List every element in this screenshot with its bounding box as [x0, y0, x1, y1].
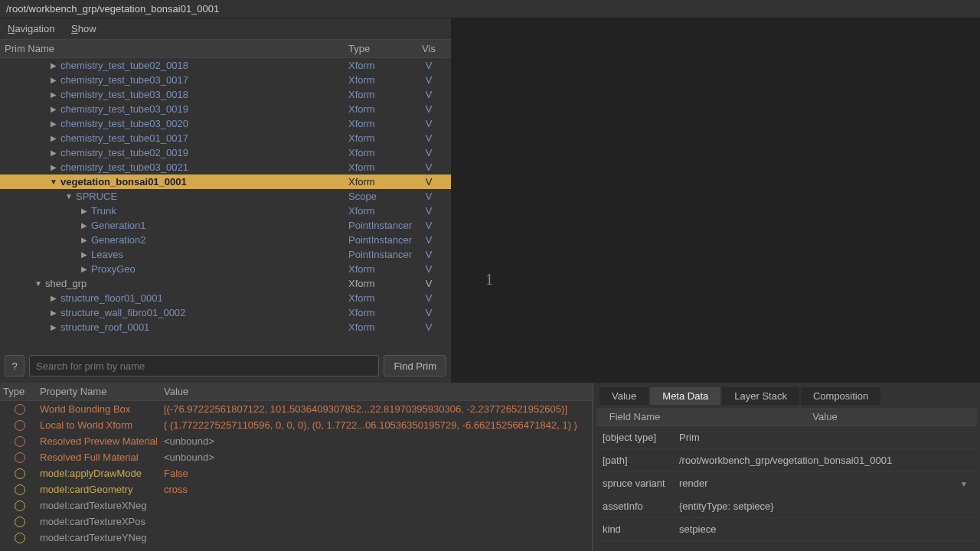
tree-row[interactable]: ▶chemistry_test_tube03_0021XformV [0, 160, 451, 174]
tree-row[interactable]: ▶chemistry_test_tube03_0018XformV [0, 87, 451, 102]
props-body[interactable]: World Bounding Box[(-76.97222561807122, … [0, 401, 593, 546]
props-header-type[interactable]: Type [0, 386, 40, 397]
tab-composition[interactable]: Composition [801, 387, 880, 405]
tree-header-vis[interactable]: Vis [417, 43, 440, 54]
expand-arrow-icon[interactable]: ▼ [50, 178, 57, 186]
expand-arrow-icon[interactable]: ▶ [50, 61, 57, 70]
expand-arrow-icon[interactable]: ▶ [50, 148, 57, 157]
prop-row[interactable]: model:cardGeometrycross [0, 481, 593, 497]
prim-vis-label[interactable]: V [417, 321, 440, 333]
tree-row[interactable]: ▶chemistry_test_tube03_0020XformV [0, 116, 451, 131]
prim-vis-label[interactable]: V [417, 147, 440, 158]
prim-vis-label[interactable]: V [417, 89, 440, 100]
props-header-value[interactable]: Value [164, 386, 593, 397]
tree-row[interactable]: ▶chemistry_test_tube01_0017XformV [0, 131, 451, 145]
expand-arrow-icon[interactable]: ▶ [80, 236, 88, 244]
tree-row[interactable]: ▶TrunkXformV [0, 204, 451, 218]
help-button[interactable]: ? [5, 355, 24, 377]
prim-vis-label[interactable]: V [417, 263, 440, 275]
expand-arrow-icon[interactable]: ▶ [80, 265, 88, 273]
tree-row[interactable]: ▶ProxyGeoXformV [0, 262, 451, 276]
meta-header-value[interactable]: Value [673, 411, 977, 422]
prim-vis-label[interactable]: V [417, 60, 440, 71]
viewport[interactable]: 1 [452, 18, 980, 383]
tree-header-name[interactable]: Prim Name [0, 43, 348, 54]
meta-row: [object type]Prim [596, 426, 977, 449]
tree-row[interactable]: ▶chemistry_test_tube02_0018XformV [0, 58, 451, 73]
prop-row[interactable]: World Bounding Box[(-76.97222561807122, … [0, 401, 593, 417]
prim-vis-label[interactable]: V [417, 205, 440, 217]
prim-vis-label[interactable]: V [417, 103, 440, 115]
tree-row[interactable]: ▶structure_wall_fibro01_0002XformV [0, 305, 451, 320]
prim-type-label: Xform [348, 321, 417, 333]
tree-row[interactable]: ▶chemistry_test_tube03_0017XformV [0, 73, 451, 87]
prim-vis-label[interactable]: V [417, 132, 440, 144]
expand-arrow-icon[interactable]: ▶ [50, 105, 57, 113]
search-input[interactable] [29, 355, 379, 377]
prim-vis-label[interactable]: V [417, 278, 440, 289]
tree-row[interactable]: ▶structure_floor01_0001XformV [0, 291, 451, 305]
expand-arrow-icon[interactable]: ▶ [50, 76, 57, 84]
prim-type-label: Xform [348, 147, 417, 158]
tab-meta-data[interactable]: Meta Data [650, 387, 720, 405]
expand-arrow-icon[interactable]: ▼ [65, 192, 73, 201]
prop-row[interactable]: model:cardTextureXNeg [0, 497, 593, 514]
tree-header-type[interactable]: Type [348, 43, 417, 54]
meta-value-label[interactable]: render▼ [673, 478, 977, 489]
tree-row[interactable]: ▼SPRUCEScopeV [0, 189, 451, 204]
expand-arrow-icon[interactable]: ▶ [50, 294, 57, 302]
props-header-name[interactable]: Property Name [40, 386, 164, 397]
meta-body[interactable]: [object type]Prim[path]/root/workbench_g… [596, 426, 977, 541]
tree-row[interactable]: ▶LeavesPointInstancerV [0, 247, 451, 262]
meta-row[interactable]: spruce variantrender▼ [596, 472, 977, 495]
prop-row[interactable]: Local to World Xform( (1.772227525711059… [0, 417, 593, 433]
tree-row[interactable]: ▶structure_roof_0001XformV [0, 320, 451, 334]
prim-vis-label[interactable]: V [417, 74, 440, 86]
prop-row[interactable]: model:cardTextureXPos [0, 514, 593, 530]
tree-row[interactable]: ▶Generation1PointInstancerV [0, 218, 451, 233]
dropdown-arrow-icon[interactable]: ▼ [960, 479, 968, 487]
expand-arrow-icon[interactable]: ▶ [50, 119, 57, 128]
tab-value[interactable]: Value [599, 387, 648, 405]
tree-row[interactable]: ▶chemistry_test_tube02_0019XformV [0, 145, 451, 160]
prim-name-label: structure_wall_fibro01_0002 [60, 307, 185, 318]
prim-type-label: Xform [348, 89, 417, 100]
find-prim-button[interactable]: Find Prim [384, 355, 446, 377]
prop-row[interactable]: model:applyDrawModeFalse [0, 465, 593, 481]
prop-row[interactable]: Resolved Full Material<unbound> [0, 449, 593, 465]
prim-vis-label[interactable]: V [417, 118, 440, 129]
prim-vis-label[interactable]: V [417, 220, 440, 231]
tree-row[interactable]: ▶Generation2PointInstancerV [0, 233, 451, 247]
expand-arrow-icon[interactable]: ▶ [50, 90, 57, 99]
prim-vis-label[interactable]: V [417, 234, 440, 246]
prop-name-label: model:applyDrawMode [40, 468, 164, 479]
expand-arrow-icon[interactable]: ▶ [80, 250, 88, 259]
expand-arrow-icon[interactable]: ▶ [80, 221, 88, 230]
menu-show[interactable]: Show [71, 23, 96, 34]
prop-row[interactable]: Resolved Preview Material<unbound> [0, 433, 593, 449]
expand-arrow-icon[interactable]: ▼ [34, 279, 42, 288]
prim-type-label: Xform [348, 292, 417, 304]
expand-arrow-icon[interactable]: ▶ [50, 163, 57, 171]
tab-layer-stack[interactable]: Layer Stack [722, 387, 799, 405]
prim-vis-label[interactable]: V [417, 176, 440, 187]
prop-type-icon [0, 468, 40, 479]
prim-vis-label[interactable]: V [417, 292, 440, 304]
prim-type-label: Xform [348, 176, 417, 187]
menu-navigation[interactable]: Navigation [8, 23, 54, 34]
expand-arrow-icon[interactable]: ▶ [50, 134, 57, 142]
tree-row[interactable]: ▼vegetation_bonsai01_0001XformV [0, 174, 451, 189]
prim-vis-label[interactable]: V [417, 161, 440, 173]
prop-row[interactable]: model:cardTextureYNeg [0, 530, 593, 546]
prim-vis-label[interactable]: V [417, 249, 440, 260]
prop-name-label: model:cardTextureXNeg [40, 500, 164, 511]
expand-arrow-icon[interactable]: ▶ [50, 308, 57, 317]
prim-vis-label[interactable]: V [417, 191, 440, 202]
tree-row[interactable]: ▶chemistry_test_tube03_0019XformV [0, 102, 451, 116]
tree-body[interactable]: ▶chemistry_test_tube02_0018XformV▶chemis… [0, 58, 451, 334]
prim-vis-label[interactable]: V [417, 307, 440, 318]
tree-row[interactable]: ▼shed_grpXformV [0, 276, 451, 291]
meta-header-field[interactable]: Field Name [596, 411, 673, 422]
expand-arrow-icon[interactable]: ▶ [80, 207, 88, 215]
expand-arrow-icon[interactable]: ▶ [50, 323, 57, 331]
